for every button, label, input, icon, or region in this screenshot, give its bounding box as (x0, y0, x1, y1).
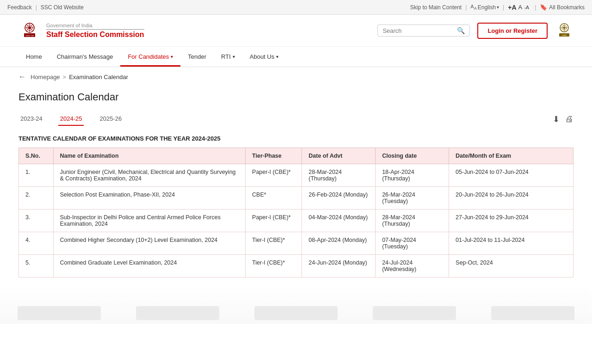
cell-sno: 2. (19, 187, 54, 210)
table-row: 2. Selection Post Examination, Phase-XII… (19, 187, 574, 210)
nav-about-us[interactable]: About Us ▾ (242, 47, 286, 67)
breadcrumb-current: Examination Calendar (69, 74, 128, 80)
language-selector[interactable]: AA English ▾ (470, 4, 499, 11)
print-button[interactable]: 🖨 (565, 114, 574, 124)
download-button[interactable]: ⬇ (553, 114, 560, 124)
login-register-button[interactable]: Login or Register (477, 23, 548, 39)
top-bar-left: Feedback | SSC Old Website (7, 4, 84, 11)
examination-table: S.No. Name of Examination Tier-Phase Dat… (18, 148, 574, 278)
cell-date-advt: 24-Jun-2024 (Monday) (302, 255, 376, 278)
bottom-nav-placeholder-5 (491, 306, 574, 320)
bottom-nav-placeholder-4 (373, 306, 456, 320)
back-arrow[interactable]: ← (18, 73, 26, 81)
feedback-link[interactable]: Feedback (7, 4, 32, 11)
svg-text:सत्यमेव जयते: सत्यमेव जयते (25, 35, 34, 37)
year-tab-2025-26[interactable]: 2025-26 (98, 112, 123, 126)
table-header-row: S.No. Name of Examination Tier-Phase Dat… (19, 148, 574, 164)
nav-tender[interactable]: Tender (180, 47, 214, 67)
national-emblem-right: सत्यमेव (555, 21, 574, 40)
for-candidates-dropdown-icon: ▾ (171, 54, 173, 59)
cell-date-advt: 08-Apr-2024 (Monday) (302, 232, 376, 255)
cell-closing-date: 28-Mar-2024 (Thursday) (376, 210, 449, 232)
top-separator-4: | (535, 4, 536, 11)
tab-actions: ⬇ 🖨 (553, 114, 574, 124)
cell-date-advt: 04-Mar-2024 (Monday) (302, 210, 376, 232)
page-title: Examination Calendar (18, 91, 574, 103)
col-header-date-advt: Date of Advt (302, 148, 376, 164)
nav-rti[interactable]: RTI ▾ (214, 47, 242, 67)
top-separator-2: | (465, 4, 467, 11)
nav-chairmans-message[interactable]: Chairman's Message (49, 47, 121, 67)
year-tab-2024-25[interactable]: 2024-25 (58, 112, 84, 126)
rti-dropdown-icon: ▾ (233, 54, 235, 59)
cell-tier: Tier-I (CBE)* (246, 232, 302, 255)
cell-closing-date: 18-Apr-2024 (Thursday) (376, 164, 449, 187)
col-header-closing-date: Closing date (376, 148, 449, 164)
header-right-controls: 🔍 Login or Register सत्यमेव (377, 21, 574, 40)
table-row: 4. Combined Higher Secondary (10+2) Leve… (19, 232, 574, 255)
bottom-nav-placeholder-3 (254, 306, 338, 320)
site-logo: सत्यमेव जयते Government of India Staff S… (18, 19, 144, 42)
cell-name: Combined Higher Secondary (10+2) Level E… (53, 232, 246, 255)
font-controls: +A A -A (508, 4, 529, 11)
search-box[interactable]: 🔍 (377, 25, 470, 37)
bottom-bar (0, 287, 592, 324)
breadcrumb-separator: > (63, 74, 67, 80)
cell-closing-date: 26-Mar-2024 (Tuesday) (376, 187, 449, 210)
cell-exam-date: 27-Jun-2024 to 29-Jun-2024 (449, 210, 574, 232)
search-input[interactable] (382, 27, 454, 34)
cell-name: Sub-Inspector in Delhi Police and Centra… (53, 210, 246, 232)
ssc-old-website-link[interactable]: SSC Old Website (41, 4, 84, 11)
calendar-section-heading: TENTATIVE CALENDAR OF EXAMINATIONS FOR T… (18, 135, 574, 142)
nav-home[interactable]: Home (18, 47, 49, 67)
cell-exam-date: 20-Jun-2024 to 26-Jun-2024 (449, 187, 574, 210)
cell-exam-date: 05-Jun-2024 to 07-Jun-2024 (449, 164, 574, 187)
col-header-tier: Tier-Phase (246, 148, 302, 164)
year-tab-2023-24[interactable]: 2023-24 (18, 112, 44, 126)
col-header-exam-date: Date/Month of Exam (449, 148, 574, 164)
all-bookmarks-btn[interactable]: 🔖 All Bookmarks (540, 4, 585, 11)
table-row: 5. Combined Graduate Level Examination, … (19, 255, 574, 278)
bottom-nav-placeholder-2 (136, 306, 219, 320)
table-row: 3. Sub-Inspector in Delhi Police and Cen… (19, 210, 574, 232)
table-row: 1. Junior Engineer (Civil, Mechanical, E… (19, 164, 574, 187)
font-increase-btn[interactable]: +A (508, 4, 516, 11)
cell-exam-date: 01-Jul-2024 to 11-Jul-2024 (449, 232, 574, 255)
cell-sno: 5. (19, 255, 54, 278)
page-content: Examination Calendar 2023-24 2024-25 202… (0, 86, 592, 287)
svg-text:सत्यमेव: सत्यमेव (561, 34, 567, 37)
cell-sno: 3. (19, 210, 54, 232)
search-icon[interactable]: 🔍 (457, 27, 465, 34)
site-header: सत्यमेव जयते Government of India Staff S… (0, 15, 592, 47)
cell-tier: Paper-I (CBE)* (246, 164, 302, 187)
cell-name: Junior Engineer (Civil, Mechanical, Elec… (53, 164, 246, 187)
cell-tier: Tier-I (CBE)* (246, 255, 302, 278)
col-header-name: Name of Examination (53, 148, 246, 164)
top-separator-3: | (503, 4, 504, 11)
font-decrease-btn[interactable]: -A (524, 5, 529, 10)
cell-name: Selection Post Examination, Phase-XII, 2… (53, 187, 246, 210)
cell-name: Combined Graduate Level Examination, 202… (53, 255, 246, 278)
cell-closing-date: 07-May-2024 (Tuesday) (376, 232, 449, 255)
nav-for-candidates[interactable]: For Candidates ▾ (120, 47, 180, 67)
gov-label: Government of India (46, 23, 144, 30)
cell-date-advt: 28-Mar-2024 (Thursday) (302, 164, 376, 187)
breadcrumb-homepage[interactable]: Homepage (31, 74, 60, 80)
cell-tier: CBE* (246, 187, 302, 210)
bottom-nav-placeholder-1 (18, 306, 101, 320)
skip-to-main[interactable]: Skip to Main Content (410, 4, 462, 11)
font-normal-btn[interactable]: A (518, 4, 523, 11)
top-bar-right: Skip to Main Content | AA English ▾ | +A… (410, 4, 585, 11)
cell-date-advt: 26-Feb-2024 (Monday) (302, 187, 376, 210)
breadcrumb: ← Homepage > Examination Calendar (0, 67, 592, 86)
year-tabs-row: 2023-24 2024-25 2025-26 ⬇ 🖨 (18, 112, 574, 126)
cell-tier: Paper-I (CBE)* (246, 210, 302, 232)
cell-sno: 1. (19, 164, 54, 187)
top-separator-1: | (36, 4, 37, 11)
cell-exam-date: Sep-Oct, 2024 (449, 255, 574, 278)
cell-sno: 4. (19, 232, 54, 255)
about-us-dropdown-icon: ▾ (276, 54, 278, 59)
cell-closing-date: 24-Jul-2024 (Wednesday) (376, 255, 449, 278)
org-name: Staff Selection Commission (46, 31, 144, 39)
col-header-sno: S.No. (19, 148, 54, 164)
